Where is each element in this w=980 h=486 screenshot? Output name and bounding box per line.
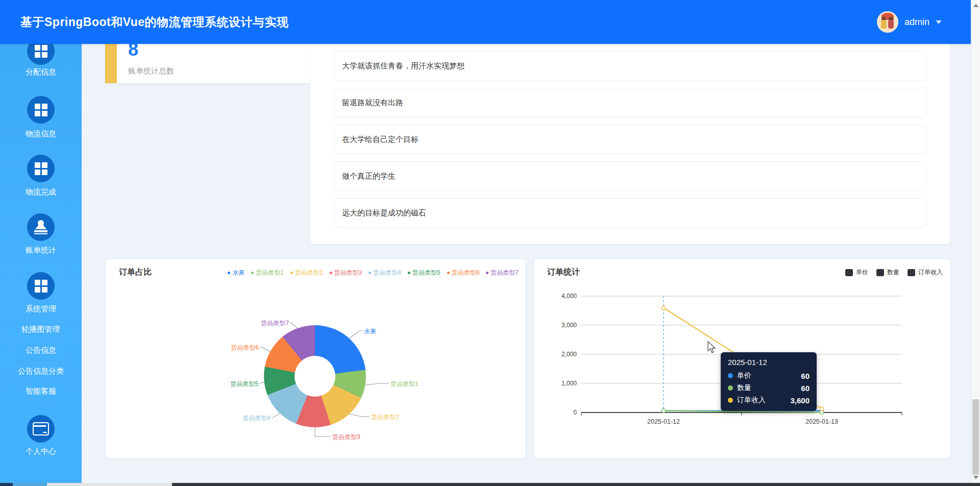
sidebar-item-8[interactable]: 公告信息分类 [0, 367, 82, 376]
pie-legend-item[interactable]: 货品类型4 [369, 269, 401, 277]
pie-legend-item[interactable]: 货品类型3 [330, 269, 362, 277]
svg-text:1,000: 1,000 [561, 380, 577, 387]
sidebar-item-7[interactable]: 公告信息 [0, 346, 82, 355]
sidebar-item-4[interactable]: 账单统计 [0, 213, 82, 255]
announcement-panel: 大学就该抓住青春，用汗水实现梦想留退路就没有出路在大学给自己定个目标做个真正的学… [310, 40, 950, 244]
bill-stat-label: 账单统计总数 [128, 66, 174, 76]
svg-text:4,000: 4,000 [561, 293, 577, 300]
announcement-item[interactable]: 做个真正的学生 [334, 161, 926, 191]
sidebar-item-2[interactable]: 物流信息 [0, 96, 82, 139]
svg-text:2,000: 2,000 [561, 351, 577, 358]
pie-legend-item[interactable]: 货品类型7 [486, 269, 519, 277]
tooltip-row: 订单收入3,600 [728, 396, 810, 405]
pie-legend-item[interactable]: 水果 [228, 269, 244, 277]
tooltip-row: 单价60 [728, 371, 810, 380]
sidebar-item-6[interactable]: 轮播图管理 [0, 325, 82, 334]
chart-tooltip: 2025-01-12 单价60数量60订单收入3,600 [721, 352, 817, 411]
scroll-up-arrow-icon[interactable] [973, 4, 978, 7]
announcement-item[interactable]: 远大的目标是成功的磁石 [334, 198, 926, 228]
pie-slice-label: 货品类型1 [390, 380, 419, 388]
pie-slice-label: 货品类型2 [371, 413, 399, 422]
bill-stat-card: 8 账单统计总数 [105, 41, 312, 83]
grid-icon [35, 280, 47, 293]
order-stats-panel: 订单统计 单价数量订单收入 01,0002,0003,0004,0002025-… [534, 259, 950, 458]
sidebar-item-10[interactable]: 个人中心 [0, 415, 82, 456]
pie-legend-item[interactable]: 货品类型5 [408, 269, 440, 277]
header-bar: 基于SpringBoot和Vue的物流管理系统设计与实现 admin [0, 0, 980, 44]
pie-slice-label: 货品类型6 [231, 344, 259, 352]
user-avatar [877, 11, 898, 33]
pie-slice-label: 货品类型3 [332, 433, 360, 442]
pie-slice-label: 货品类型4 [242, 414, 271, 423]
id-card-icon [33, 422, 49, 435]
svg-text:2025-01-13: 2025-01-13 [805, 418, 838, 425]
announcement-item[interactable]: 在大学给自己定个目标 [334, 125, 926, 154]
grid-icon [35, 104, 47, 116]
svg-text:2025-01-12: 2025-01-12 [647, 418, 680, 425]
pie-slice-label: 水果 [364, 327, 376, 336]
order-ratio-panel: 订单占比 水果货品类型1货品类型2货品类型3货品类型4货品类型5货品类型6货品类… [106, 259, 525, 458]
svg-text:0: 0 [573, 409, 577, 416]
stamp-icon [34, 220, 48, 234]
pie-legend-item[interactable]: 货品类型2 [290, 269, 323, 277]
vertical-scrollbar[interactable] [971, 0, 980, 483]
grid-icon [35, 162, 47, 175]
scrollbar-thumb[interactable] [972, 399, 979, 475]
donut-hole [295, 356, 335, 397]
user-name: admin [904, 17, 929, 28]
tooltip-date: 2025-01-12 [728, 358, 810, 367]
app-root: 分配信息物流信息物流完成账单统计系统管理轮播图管理公告信息公告信息分类智能客服个… [0, 0, 980, 486]
chevron-down-icon [936, 20, 942, 24]
sidebar: 分配信息物流信息物流完成账单统计系统管理轮播图管理公告信息公告信息分类智能客服个… [0, 0, 82, 483]
tooltip-row: 数量60 [728, 383, 810, 393]
pie-legend-item[interactable]: 货品类型1 [251, 269, 284, 277]
pie-slice-label: 货品类型5 [230, 380, 258, 388]
announcement-item[interactable]: 大学就该抓住青春，用汗水实现梦想 [334, 51, 926, 81]
grid-icon [35, 45, 47, 58]
sidebar-item-5[interactable]: 系统管理 [0, 272, 82, 314]
pie-legend: 水果货品类型1货品类型2货品类型3货品类型4货品类型5货品类型6货品类型7 [228, 269, 519, 277]
pie-legend-item[interactable]: 货品类型6 [447, 269, 480, 277]
scroll-down-arrow-icon[interactable] [973, 476, 978, 479]
sidebar-item-3[interactable]: 物流完成 [0, 155, 82, 197]
sidebar-item-9[interactable]: 智能客服 [0, 386, 82, 396]
app-title: 基于SpringBoot和Vue的物流管理系统设计与实现 [20, 0, 289, 44]
svg-text:3,000: 3,000 [561, 322, 577, 329]
user-menu[interactable]: admin [877, 0, 942, 44]
pie-slice-label: 货品类型7 [261, 319, 289, 328]
order-ratio-title: 订单占比 [119, 267, 152, 278]
announcement-item[interactable]: 留退路就没有出路 [334, 88, 926, 117]
horizontal-scrollbar[interactable] [0, 483, 980, 486]
